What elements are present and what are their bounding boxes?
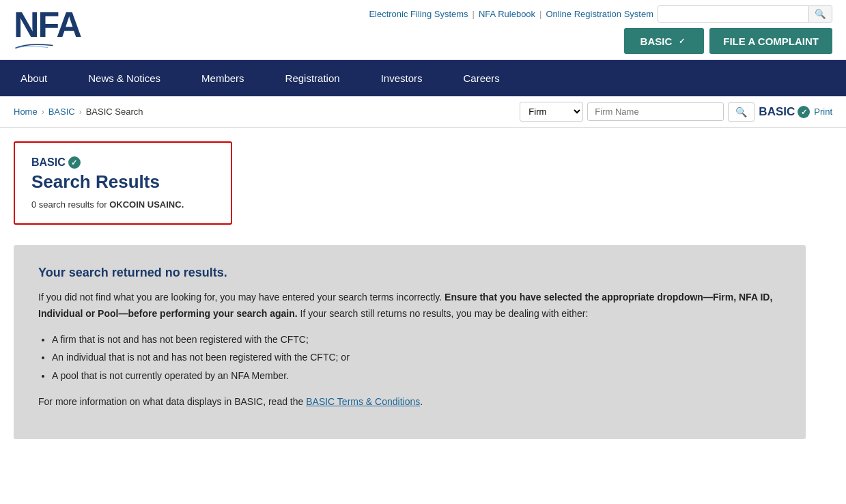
breadcrumb-sep1: › (42, 107, 44, 117)
nfa-rulebook-link[interactable]: NFA Rulebook (479, 9, 535, 19)
breadcrumb-basic[interactable]: BASIC (48, 107, 75, 117)
result-title: Search Results (31, 171, 214, 193)
search-count: 0 (31, 199, 36, 210)
result-box: BASIC Search Results 0 search results fo… (14, 141, 232, 225)
basic-label: BASIC (759, 105, 810, 119)
breadcrumb-home[interactable]: Home (14, 107, 38, 117)
nfa-logo-text: NFA (14, 7, 81, 42)
file-complaint-button[interactable]: FILE A COMPLAINT (709, 28, 832, 54)
nav-registration[interactable]: Registration (265, 60, 361, 96)
basic-button-label: BASIC (640, 36, 673, 47)
result-basic-label: BASIC (31, 156, 66, 169)
no-results-section: Your search returned no results. If you … (14, 245, 806, 439)
basic-search-bar: Firm NFA ID Individual Pool 🔍 BASIC Prin… (520, 102, 832, 122)
breadcrumb: Home › BASIC › BASIC Search (14, 107, 143, 117)
basic-terms-link[interactable]: BASIC Terms & Conditions (306, 396, 420, 407)
top-links: Electronic Filing Systems | NFA Rulebook… (369, 5, 832, 23)
list-item: A firm that is not and has not been regi… (52, 331, 781, 349)
electronic-filing-link[interactable]: Electronic Filing Systems (369, 9, 468, 19)
top-bar: NFA Electronic Filing Systems | NFA Rule… (0, 0, 846, 60)
no-results-para2: For more information on what data displa… (38, 394, 781, 410)
basic-search-button[interactable]: 🔍 (728, 102, 755, 122)
basic-button[interactable]: BASIC (624, 28, 705, 54)
nav-investors[interactable]: Investors (361, 60, 443, 96)
search-label: search results for (39, 199, 109, 210)
nav-careers[interactable]: Careers (443, 60, 520, 96)
main-nav: About News & Notices Members Registratio… (0, 60, 846, 96)
nav-members[interactable]: Members (181, 60, 265, 96)
logo-swoosh (14, 39, 55, 53)
para1-start: If you did not find what you are looking… (38, 292, 445, 303)
result-check-icon (68, 156, 81, 169)
no-results-list: A firm that is not and has not been regi… (52, 331, 781, 385)
breadcrumb-current: BASIC Search (86, 107, 143, 117)
para2-start: For more information on what data displa… (38, 396, 306, 407)
sep2: | (539, 9, 541, 19)
nav-about[interactable]: About (0, 60, 68, 96)
sep1: | (473, 9, 475, 19)
basic-label-text: BASIC (759, 105, 795, 119)
basic-check-icon (675, 35, 688, 47)
search-term: OKCOIN USAINC. (109, 199, 184, 210)
print-link[interactable]: Print (814, 107, 832, 117)
online-registration-link[interactable]: Online Registration System (546, 9, 653, 19)
no-results-heading: Your search returned no results. (38, 266, 781, 280)
basic-label-check-icon (798, 106, 810, 118)
nav-news-notices[interactable]: News & Notices (68, 60, 181, 96)
logo-container: NFA (14, 7, 81, 42)
firm-name-input[interactable] (587, 102, 724, 121)
para1-end: If your search still returns no results,… (298, 308, 589, 319)
top-search-form: 🔍 (658, 5, 832, 23)
no-results-para1: If you did not find what you are looking… (38, 290, 781, 322)
result-basic-tag: BASIC (31, 156, 214, 169)
top-bar-right: Electronic Filing Systems | NFA Rulebook… (369, 5, 832, 54)
breadcrumb-sep2: › (79, 107, 82, 117)
logo-area: NFA (14, 7, 81, 53)
breadcrumb-bar: Home › BASIC › BASIC Search Firm NFA ID … (0, 96, 846, 128)
search-info: 0 search results for OKCOIN USAINC. (31, 199, 214, 210)
list-item: A pool that is not currently operated by… (52, 367, 781, 385)
para2-end: . (420, 396, 423, 407)
top-search-input[interactable] (658, 6, 808, 22)
main-content: BASIC Search Results 0 search results fo… (0, 128, 819, 466)
search-type-select[interactable]: Firm NFA ID Individual Pool (520, 102, 583, 122)
list-item: An individual that is not and has not be… (52, 348, 781, 367)
top-search-button[interactable]: 🔍 (808, 6, 832, 22)
action-buttons: BASIC FILE A COMPLAINT (624, 28, 832, 54)
